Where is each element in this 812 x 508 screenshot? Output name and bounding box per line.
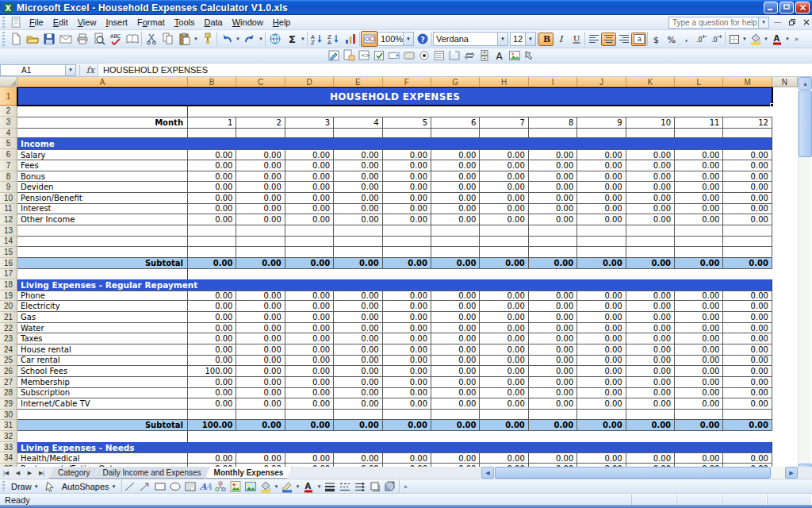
cell-B15[interactable]	[188, 247, 236, 258]
cell-F30[interactable]	[383, 410, 431, 421]
cell-C34[interactable]: 0.00	[236, 452, 285, 464]
cell-J24[interactable]: 0.00	[577, 344, 626, 356]
font-size-dropdown-icon[interactable]: ▼	[525, 33, 535, 45]
cell-F4[interactable]	[383, 129, 431, 139]
cell-D22[interactable]: 0.00	[285, 323, 334, 334]
line-style-button[interactable]	[323, 479, 338, 493]
formula-input[interactable]: HOUSEHOLD EXPENSES	[98, 64, 812, 76]
cell-M30[interactable]	[723, 410, 772, 421]
cell-J27[interactable]: 0.00	[577, 377, 626, 388]
row-header-32[interactable]: 32	[0, 431, 17, 442]
cell-label-other-income[interactable]: Other Income	[17, 214, 188, 225]
cell-G16[interactable]: 0.00	[431, 258, 480, 269]
cell-H11[interactable]: 0.00	[480, 204, 528, 215]
cell-G13[interactable]	[431, 225, 480, 237]
cell-J16[interactable]: 0.00	[577, 258, 626, 269]
cell-F11[interactable]: 0.00	[383, 204, 431, 215]
column-header-E[interactable]: E	[334, 77, 382, 87]
cell-G30[interactable]	[431, 410, 480, 421]
cell-J34[interactable]: 0.00	[577, 452, 626, 464]
cell-K34[interactable]: 0.00	[626, 452, 675, 464]
cell-label-month[interactable]: Month	[17, 117, 188, 129]
cell-G23[interactable]: 0.00	[431, 333, 480, 344]
cell-G29[interactable]: 0.00	[431, 398, 480, 410]
cell-E7[interactable]: 0.00	[334, 160, 382, 171]
cell-L30[interactable]	[675, 410, 723, 421]
sheet-tab-category[interactable]: Category	[49, 467, 99, 479]
cell-B3[interactable]: 1	[188, 117, 236, 129]
section-header-cell[interactable]: Living Expenses - Needs	[17, 442, 772, 453]
first-sheet-button[interactable]: |◀	[0, 467, 12, 479]
cell-H7[interactable]: 0.00	[480, 160, 528, 171]
cell-C20[interactable]: 0.00	[236, 301, 285, 312]
cell-H23[interactable]: 0.00	[480, 333, 528, 344]
cell-K12[interactable]: 0.00	[626, 214, 675, 225]
cell-B34[interactable]: 0.00	[188, 452, 236, 464]
window-close-button[interactable]	[800, 17, 812, 28]
cell-D29[interactable]: 0.00	[285, 398, 334, 410]
cell-B29[interactable]: 0.00	[188, 398, 236, 410]
scroll-up-icon[interactable]: ▲	[799, 77, 812, 90]
cell-C3[interactable]: 2	[236, 117, 285, 129]
cell-J31[interactable]: 0.00	[577, 420, 626, 431]
sheet-tab-monthly-expenses[interactable]: Monthly Expenses	[205, 467, 293, 479]
row-header-20[interactable]: 20	[0, 301, 17, 312]
cell-label-membership[interactable]: Membership	[17, 377, 188, 388]
cell-B30[interactable]	[188, 410, 236, 421]
last-sheet-button[interactable]: ▶|	[36, 467, 48, 479]
view-code-button[interactable]: <>	[356, 49, 371, 63]
cell-J9[interactable]: 0.00	[577, 182, 626, 193]
fill-color-button[interactable]	[259, 479, 274, 493]
cell-J3[interactable]: 9	[577, 117, 626, 129]
cell-K26[interactable]: 0.00	[626, 366, 675, 377]
image-button[interactable]	[507, 49, 522, 63]
cell-label-deviden[interactable]: Deviden	[17, 182, 188, 193]
section-header-cell[interactable]: Living Expenses - Regular Repayment	[17, 279, 772, 291]
cell-label-taxes[interactable]: Taxes	[17, 333, 188, 344]
zoom-combo[interactable]: 100%▼	[377, 32, 414, 46]
row-header-34[interactable]: 34	[0, 452, 17, 464]
cell-L28[interactable]: 0.00	[675, 388, 723, 399]
cell-J7[interactable]: 0.00	[577, 160, 626, 171]
row-header-17[interactable]: 17	[0, 269, 17, 280]
cell-I13[interactable]	[529, 225, 577, 237]
window-restore-button[interactable]	[786, 17, 798, 28]
cell-E31[interactable]: 0.00	[334, 420, 382, 431]
cell-D23[interactable]: 0.00	[285, 333, 334, 344]
cell-M34[interactable]: 0.00	[723, 452, 772, 464]
row-header-2[interactable]: 2	[0, 106, 17, 116]
cell-H13[interactable]	[480, 225, 528, 237]
toolbar-grip[interactable]	[2, 32, 6, 46]
cell-C11[interactable]: 0.00	[236, 204, 285, 215]
fill-color-button[interactable]	[748, 33, 763, 46]
cell-L19[interactable]: 0.00	[675, 291, 723, 302]
cell-D31[interactable]: 0.00	[285, 420, 334, 431]
row-header-18[interactable]: 18	[0, 279, 17, 291]
cell-K27[interactable]: 0.00	[626, 377, 675, 388]
cell-A17[interactable]	[17, 269, 188, 280]
cell-M9[interactable]: 0.00	[723, 182, 772, 193]
cell-J26[interactable]: 0.00	[577, 366, 626, 377]
check-box-button[interactable]	[371, 49, 386, 63]
cell-K16[interactable]: 0.00	[626, 258, 675, 269]
cell-M23[interactable]: 0.00	[723, 333, 772, 344]
list-box-button[interactable]	[431, 49, 446, 63]
cell-C22[interactable]: 0.00	[236, 323, 285, 334]
cell-E22[interactable]: 0.00	[334, 323, 382, 334]
row-header-16[interactable]: 16	[0, 258, 17, 269]
clip-art-button[interactable]	[228, 479, 243, 493]
menu-edit[interactable]: Edit	[48, 16, 73, 29]
cell-L12[interactable]: 0.00	[675, 214, 723, 225]
autosum-button[interactable]: Σ	[283, 31, 300, 47]
cell-label-interest[interactable]: Interest	[17, 204, 188, 215]
word-art-button[interactable]: AA	[198, 479, 213, 493]
cell-C31[interactable]: 0.00	[236, 420, 285, 431]
menu-data[interactable]: Data	[199, 16, 227, 29]
cell-H34[interactable]: 0.00	[480, 452, 528, 464]
cell-C15[interactable]	[236, 247, 285, 258]
cell-D21[interactable]: 0.00	[285, 312, 334, 323]
cell-D34[interactable]: 0.00	[285, 452, 334, 464]
cell-J15[interactable]	[577, 247, 626, 258]
cell-G9[interactable]: 0.00	[431, 182, 480, 193]
row-header-3[interactable]: 3	[0, 117, 17, 129]
